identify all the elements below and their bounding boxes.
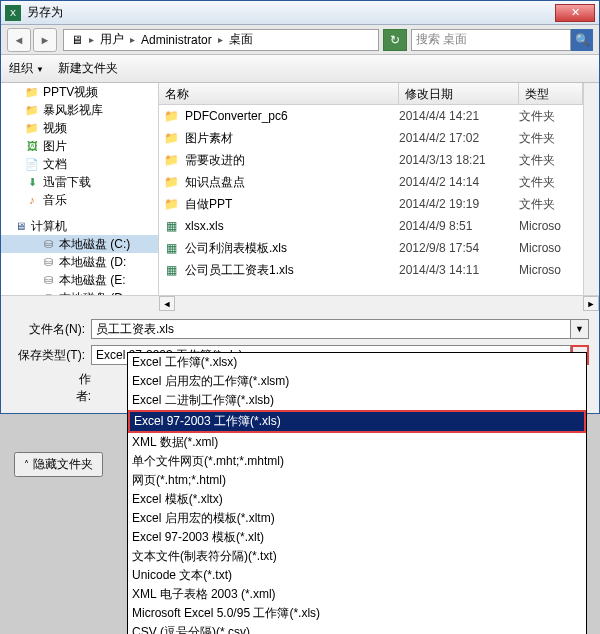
col-date[interactable]: 修改日期 (399, 83, 519, 104)
sidebar-item[interactable]: ⬇迅雷下载 (1, 173, 158, 191)
vertical-scrollbar[interactable] (583, 83, 599, 295)
savetype-option[interactable]: 单个文件网页(*.mht;*.mhtml) (128, 452, 586, 471)
savetype-options: Excel 工作簿(*.xlsx)Excel 启用宏的工作簿(*.xlsm)Ex… (127, 352, 587, 634)
sidebar-item[interactable]: 📁视频 (1, 119, 158, 137)
savetype-option[interactable]: Excel 97-2003 模板(*.xlt) (128, 528, 586, 547)
sidebar-item[interactable]: ♪音乐 (1, 191, 158, 209)
excel-file-icon: ▦ (163, 262, 179, 278)
new-folder-button[interactable]: 新建文件夹 (58, 60, 118, 77)
chevron-down-icon: ▼ (36, 65, 44, 74)
sidebar-item-label: 迅雷下载 (43, 174, 91, 191)
file-date: 2014/4/2 14:14 (399, 175, 519, 189)
file-row[interactable]: 📁需要改进的2014/3/13 18:21文件夹 (159, 149, 583, 171)
sidebar-drive[interactable]: ⛁本地磁盘 (E: (1, 271, 158, 289)
file-row[interactable]: ▦xlsx.xls2014/4/9 8:51Microso (159, 215, 583, 237)
breadcrumb[interactable]: 🖥 ▸ 用户 ▸ Administrator ▸ 桌面 (63, 29, 379, 51)
filename-label: 文件名(N): (11, 321, 91, 338)
sidebar-item[interactable]: 📁PPTV视频 (1, 83, 158, 101)
sidebar-drive[interactable]: ⛁本地磁盘 (D: (1, 289, 158, 295)
sidebar-item[interactable]: 📄文档 (1, 155, 158, 173)
main-area: 📁PPTV视频📁暴风影视库📁视频🖼图片📄文档⬇迅雷下载♪音乐🖥计算机⛁本地磁盘 … (1, 83, 599, 295)
file-date: 2014/4/3 14:11 (399, 263, 519, 277)
chevron-up-icon: ˄ (24, 459, 29, 470)
filename-input[interactable]: 员工工资表.xls (91, 319, 571, 339)
file-type: 文件夹 (519, 130, 583, 147)
file-row[interactable]: ▦公司利润表模板.xls2012/9/8 17:54Microso (159, 237, 583, 259)
file-row[interactable]: 📁图片素材2014/4/2 17:02文件夹 (159, 127, 583, 149)
sidebar-item-label: 本地磁盘 (D: (59, 254, 126, 271)
folder-icon: 📁 (163, 152, 179, 168)
savetype-option[interactable]: Excel 启用宏的模板(*.xltm) (128, 509, 586, 528)
savetype-option[interactable]: Excel 97-2003 工作簿(*.xls) (128, 410, 586, 433)
home-icon: 🖥 (68, 33, 86, 47)
crumb-admin[interactable]: Administrator (138, 33, 215, 47)
crumb-users[interactable]: 用户 (97, 31, 127, 48)
sidebar-item-label: 视频 (43, 120, 67, 137)
toolbar: 组织▼ 新建文件夹 (1, 55, 599, 83)
file-name: 公司员工工资表1.xls (185, 262, 294, 279)
chevron-right-icon: ▸ (127, 34, 138, 45)
folder-icon: 📄 (25, 157, 39, 171)
col-type[interactable]: 类型 (519, 83, 583, 104)
sidebar-computer[interactable]: 🖥计算机 (1, 217, 158, 235)
file-date: 2014/4/4 14:21 (399, 109, 519, 123)
hide-folders-button[interactable]: ˄隐藏文件夹 (14, 452, 103, 477)
file-row[interactable]: 📁知识点盘点2014/4/2 14:14文件夹 (159, 171, 583, 193)
sidebar-item-label: 本地磁盘 (D: (59, 290, 126, 296)
forward-button[interactable]: ► (33, 28, 57, 52)
savetype-option[interactable]: CSV (逗号分隔)(*.csv) (128, 623, 586, 634)
savetype-option[interactable]: Excel 工作簿(*.xlsx) (128, 353, 586, 372)
savetype-option[interactable]: Microsoft Excel 5.0/95 工作簿(*.xls) (128, 604, 586, 623)
sidebar-drive[interactable]: ⛁本地磁盘 (D: (1, 253, 158, 271)
folder-icon: ♪ (25, 193, 39, 207)
sidebar-item-label: 音乐 (43, 192, 67, 209)
savetype-option[interactable]: Unicode 文本(*.txt) (128, 566, 586, 585)
file-date: 2014/3/13 18:21 (399, 153, 519, 167)
savetype-option[interactable]: Excel 模板(*.xltx) (128, 490, 586, 509)
file-name: 需要改进的 (185, 152, 245, 169)
scroll-right-button[interactable]: ► (583, 296, 599, 311)
computer-icon: 🖥 (13, 219, 27, 233)
search-input[interactable]: 搜索 桌面 (411, 29, 571, 51)
folder-icon: 📁 (163, 108, 179, 124)
horizontal-scrollbar[interactable]: ◄ ► (1, 295, 599, 311)
file-type: 文件夹 (519, 108, 583, 125)
excel-file-icon: ▦ (163, 218, 179, 234)
folder-icon: 📁 (163, 196, 179, 212)
savetype-option[interactable]: XML 数据(*.xml) (128, 433, 586, 452)
back-button[interactable]: ◄ (7, 28, 31, 52)
col-name[interactable]: 名称 (159, 83, 399, 104)
organize-menu[interactable]: 组织▼ (9, 60, 44, 77)
file-row[interactable]: 📁PDFConverter_pc62014/4/4 14:21文件夹 (159, 105, 583, 127)
disk-icon: ⛁ (41, 273, 55, 287)
file-name: PDFConverter_pc6 (185, 109, 288, 123)
close-button[interactable]: ✕ (555, 4, 595, 22)
dialog-title: 另存为 (27, 4, 555, 21)
savetype-option[interactable]: 网页(*.htm;*.html) (128, 471, 586, 490)
file-row[interactable]: ▦公司员工工资表1.xls2014/4/3 14:11Microso (159, 259, 583, 281)
file-row[interactable]: 📁自做PPT2014/4/2 19:19文件夹 (159, 193, 583, 215)
search-button[interactable]: 🔍 (571, 29, 593, 51)
disk-icon: ⛁ (41, 237, 55, 251)
scroll-left-button[interactable]: ◄ (159, 296, 175, 311)
file-name: xlsx.xls (185, 219, 224, 233)
file-date: 2014/4/9 8:51 (399, 219, 519, 233)
file-type: Microso (519, 263, 583, 277)
refresh-button[interactable]: ↻ (383, 29, 407, 51)
file-date: 2012/9/8 17:54 (399, 241, 519, 255)
savetype-option[interactable]: Excel 二进制工作簿(*.xlsb) (128, 391, 586, 410)
folder-icon: 📁 (163, 130, 179, 146)
crumb-desktop[interactable]: 桌面 (226, 31, 256, 48)
file-date: 2014/4/2 17:02 (399, 131, 519, 145)
savetype-option[interactable]: 文本文件(制表符分隔)(*.txt) (128, 547, 586, 566)
filename-dropdown[interactable]: ▼ (571, 319, 589, 339)
sidebar-item-label: PPTV视频 (43, 84, 98, 101)
savetype-option[interactable]: Excel 启用宏的工作簿(*.xlsm) (128, 372, 586, 391)
sidebar-item-label: 计算机 (31, 218, 67, 235)
list-header: 名称 修改日期 类型 (159, 83, 583, 105)
sidebar-item[interactable]: 📁暴风影视库 (1, 101, 158, 119)
sidebar-drive[interactable]: ⛁本地磁盘 (C:) (1, 235, 158, 253)
sidebar-item[interactable]: 🖼图片 (1, 137, 158, 155)
file-name: 公司利润表模板.xls (185, 240, 287, 257)
savetype-option[interactable]: XML 电子表格 2003 (*.xml) (128, 585, 586, 604)
